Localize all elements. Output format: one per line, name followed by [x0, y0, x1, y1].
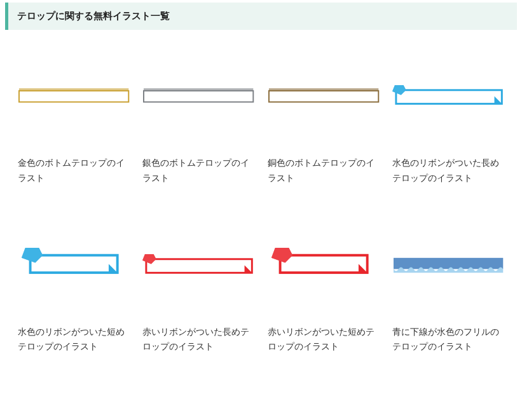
telop-icon — [392, 253, 504, 278]
svg-rect-22 — [394, 258, 503, 269]
illustration-card-red-short[interactable]: 赤いリボンがついた短めテロップのイラスト — [268, 212, 380, 355]
illustration-card-red-long[interactable]: 赤いリボンがついた長めテロップのイラスト — [142, 212, 254, 355]
svg-rect-2 — [144, 91, 253, 102]
illustration-card-silver[interactable]: 銀色のボトムテロップのイラスト — [142, 43, 254, 186]
caption: 青に下線が水色のフリルのテロップのイラスト — [392, 325, 504, 355]
caption: 銀色のボトムテロップのイラスト — [142, 156, 254, 186]
illustration-card-blue-frill[interactable]: 青に下線が水色のフリルのテロップのイラスト — [392, 212, 504, 355]
telop-icon — [268, 247, 380, 284]
thumbnail-red-ribbon-short — [268, 212, 380, 320]
caption: 金色のボトムテロップのイラスト — [18, 156, 130, 186]
thumbnail-blue-frill-underline — [392, 212, 504, 320]
caption: 水色のリボンがついた短めテロップのイラスト — [18, 325, 130, 355]
svg-rect-5 — [268, 88, 378, 90]
svg-rect-0 — [19, 91, 128, 102]
telop-icon — [268, 87, 380, 105]
thumbnail-bronze-bottom-telop — [268, 43, 380, 151]
caption: 赤いリボンがついた長めテロップのイラスト — [142, 325, 254, 355]
svg-rect-6 — [396, 90, 502, 104]
svg-rect-10 — [31, 255, 118, 273]
telop-icon — [18, 247, 130, 284]
illustration-card-gold[interactable]: 金色のボトムテロップのイラスト — [18, 43, 130, 186]
illustration-card-skyblue-long[interactable]: 水色のリボンがついた長めテロップのイラスト — [392, 43, 504, 186]
telop-icon — [142, 253, 254, 278]
thumbnail-red-ribbon-long — [142, 212, 254, 320]
illustration-card-bronze[interactable]: 銅色のボトムテロップのイラスト — [268, 43, 380, 186]
illustration-grid: 金色のボトムテロップのイラスト 銀色のボトムテロップのイラスト 銅色のボトムテロ… — [0, 43, 522, 372]
illustration-card-skyblue-short[interactable]: 水色のリボンがついた短めテロップのイラスト — [18, 212, 130, 355]
svg-rect-1 — [19, 88, 128, 90]
page-title-text: テロップに関する無料イラスト一覧 — [17, 10, 170, 21]
svg-rect-3 — [144, 88, 253, 90]
svg-rect-18 — [280, 255, 367, 273]
thumbnail-gold-bottom-telop — [18, 43, 130, 151]
thumbnail-skyblue-ribbon-long — [392, 43, 504, 151]
caption: 水色のリボンがついた長めテロップのイラスト — [392, 156, 504, 186]
telop-icon — [142, 87, 254, 105]
thumbnail-skyblue-ribbon-short — [18, 212, 130, 320]
svg-rect-4 — [268, 91, 378, 102]
telop-icon — [18, 87, 130, 105]
caption: 銅色のボトムテロップのイラスト — [268, 156, 380, 186]
page-title: テロップに関する無料イラスト一覧 — [5, 3, 517, 30]
caption: 赤いリボンがついた短めテロップのイラスト — [268, 325, 380, 355]
thumbnail-silver-bottom-telop — [142, 43, 254, 151]
svg-rect-14 — [146, 259, 252, 273]
telop-icon — [392, 84, 504, 109]
